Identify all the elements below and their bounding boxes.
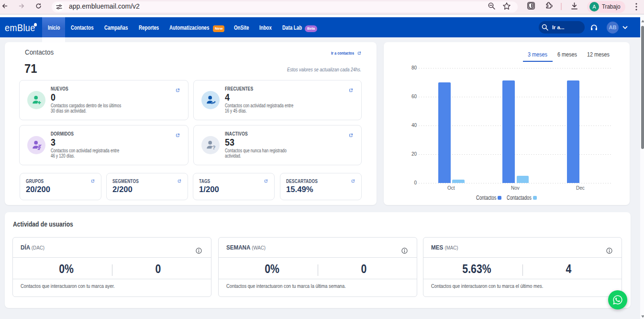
svg-text:?: ? <box>212 145 216 150</box>
